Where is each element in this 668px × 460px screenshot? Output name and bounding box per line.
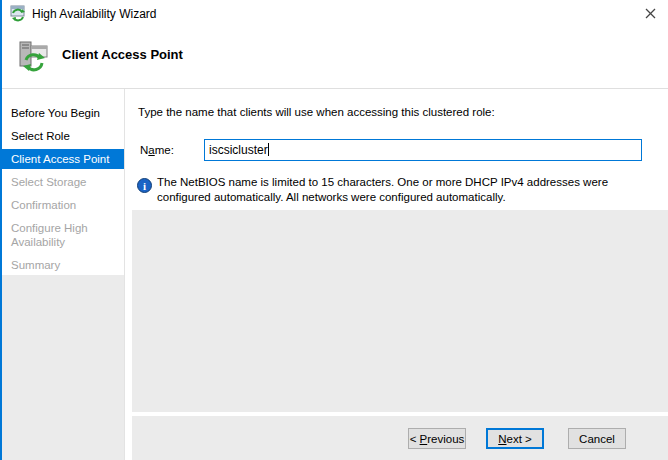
title-bar: High Availability Wizard xyxy=(2,0,668,28)
sidebar-item-client-access-point[interactable]: Client Access Point xyxy=(2,149,124,169)
name-field-label: Name: xyxy=(140,144,174,156)
instruction-text: Type the name that clients will use when… xyxy=(138,106,495,118)
wizard-app-icon xyxy=(10,5,27,22)
page-title: Client Access Point xyxy=(62,47,183,62)
previous-button[interactable]: < Previous xyxy=(408,428,466,449)
cancel-button[interactable]: Cancel xyxy=(568,428,626,449)
name-input[interactable]: iscsicluster xyxy=(204,139,642,161)
wizard-steps-sidebar: Before You Begin Select Role Client Acce… xyxy=(2,103,124,278)
name-input-value: iscsicluster xyxy=(209,143,268,157)
content-lower-background xyxy=(132,210,668,412)
close-icon[interactable] xyxy=(636,2,664,24)
sidebar-item-confirmation: Confirmation xyxy=(2,195,124,215)
sidebar-item-select-role[interactable]: Select Role xyxy=(2,126,124,146)
sidebar-item-summary: Summary xyxy=(2,255,124,275)
client-access-point-icon xyxy=(18,41,50,72)
window-title: High Availability Wizard xyxy=(32,7,157,21)
sidebar-divider xyxy=(124,89,125,460)
text-caret xyxy=(268,143,269,156)
info-icon: i xyxy=(137,178,152,193)
high-availability-wizard-window: High Availability Wizard Client Access P… xyxy=(0,0,668,460)
sidebar-item-select-storage: Select Storage xyxy=(2,172,124,192)
next-button[interactable]: Next > xyxy=(486,428,544,449)
sidebar-item-configure-high-availability: Configure High Availability xyxy=(2,218,124,252)
sidebar-item-before-you-begin[interactable]: Before You Begin xyxy=(2,103,124,123)
header-separator xyxy=(2,88,668,89)
sidebar-lower-background xyxy=(2,275,124,460)
netbios-info-text: The NetBIOS name is limited to 15 charac… xyxy=(157,175,652,204)
